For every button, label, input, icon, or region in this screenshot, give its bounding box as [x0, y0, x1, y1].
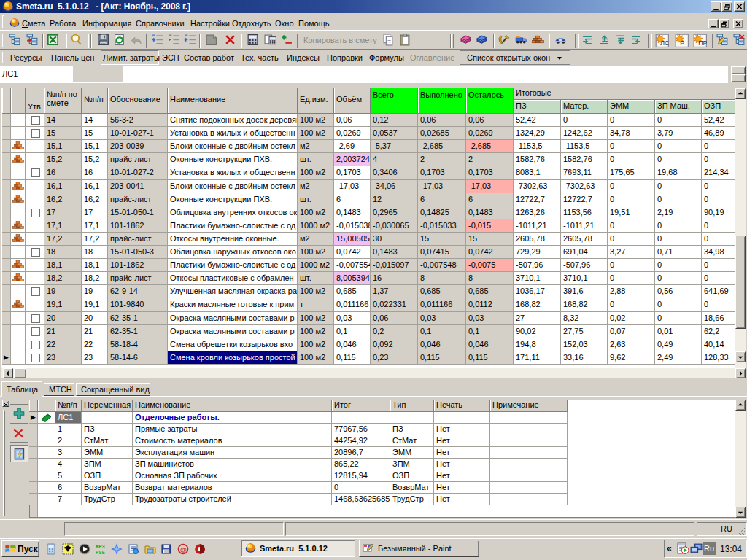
- svg-text:PSE: PSE: [96, 550, 105, 555]
- svg-text:MP3: MP3: [96, 544, 105, 550]
- svg-text:Р: Р: [680, 39, 684, 47]
- svg-text:ПР: ПР: [698, 39, 707, 47]
- svg-text:ЛС: ЛС: [660, 39, 669, 47]
- svg-text:@: @: [180, 546, 187, 553]
